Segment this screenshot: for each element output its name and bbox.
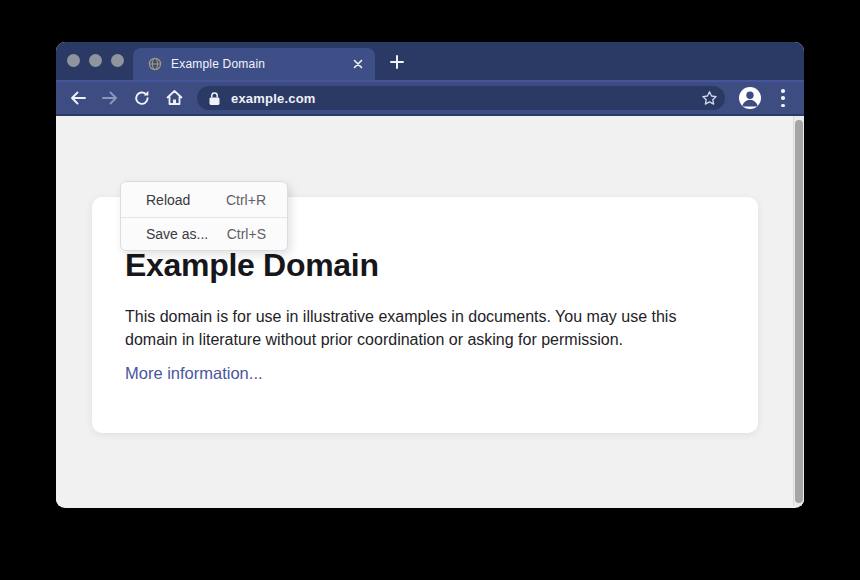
reload-button[interactable]: [130, 86, 154, 110]
window-close-button[interactable]: [67, 54, 80, 67]
window-zoom-button[interactable]: [111, 54, 124, 67]
forward-arrow-icon: [101, 89, 119, 107]
bookmark-star-icon[interactable]: [701, 90, 718, 107]
home-icon: [165, 89, 184, 107]
back-button[interactable]: [66, 86, 90, 110]
globe-favicon-icon: [148, 57, 162, 71]
address-bar[interactable]: example.com: [197, 86, 725, 110]
paragraph-line: domain in literature without prior coord…: [125, 328, 676, 351]
back-arrow-icon: [69, 89, 87, 107]
dot: [781, 104, 785, 108]
title-bar: Example Domain: [56, 42, 804, 80]
menu-item-shortcut: Ctrl+S: [227, 226, 266, 242]
page-viewport: Example Domain This domain is for use in…: [56, 116, 804, 506]
browser-window: Example Domain: [56, 42, 804, 508]
lock-icon[interactable]: [208, 91, 221, 106]
tab-close-icon[interactable]: [350, 56, 366, 72]
context-menu-item-save-as[interactable]: Save as... Ctrl+S: [121, 217, 287, 250]
browser-menu-button[interactable]: [781, 89, 785, 107]
scrollbar-thumb[interactable]: [795, 120, 803, 503]
context-menu: Reload Ctrl+R Save as... Ctrl+S: [120, 181, 288, 251]
new-tab-button[interactable]: [388, 53, 406, 71]
reload-icon: [133, 89, 151, 107]
plus-icon: [390, 55, 404, 69]
menu-item-shortcut: Ctrl+R: [226, 192, 266, 208]
home-button[interactable]: [162, 86, 186, 110]
paragraph-line: This domain is for use in illustrative e…: [125, 305, 676, 328]
window-controls: [67, 54, 124, 67]
page-title: Example Domain: [125, 246, 379, 284]
browser-tab[interactable]: Example Domain: [133, 48, 375, 80]
dot: [781, 96, 785, 100]
tab-title: Example Domain: [171, 57, 350, 71]
vertical-scrollbar[interactable]: [793, 116, 804, 506]
user-icon: [739, 87, 761, 109]
menu-item-label: Reload: [146, 192, 190, 208]
url-text: example.com: [231, 91, 316, 106]
browser-toolbar: example.com: [56, 80, 804, 116]
forward-button[interactable]: [98, 86, 122, 110]
context-menu-item-reload[interactable]: Reload Ctrl+R: [121, 182, 287, 217]
menu-item-label: Save as...: [146, 226, 208, 242]
more-information-link[interactable]: More information...: [125, 362, 263, 385]
window-minimize-button[interactable]: [89, 54, 102, 67]
page-paragraph: This domain is for use in illustrative e…: [125, 305, 676, 351]
profile-avatar[interactable]: [739, 87, 761, 109]
dot: [781, 89, 785, 93]
